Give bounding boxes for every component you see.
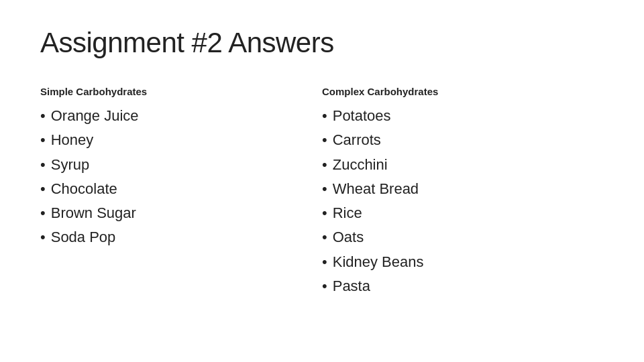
list-item: Potatoes [322, 104, 590, 128]
list-item: Pasta [322, 274, 590, 298]
page-title: Assignment #2 Answers [40, 27, 604, 59]
list-item: Honey [40, 128, 309, 152]
simple-carbohydrates-column: Simple Carbohydrates Orange JuiceHoneySy… [40, 86, 322, 250]
list-item: Kidney Beans [322, 250, 590, 274]
list-item: Wheat Bread [322, 177, 590, 201]
complex-carbohydrates-list: PotatoesCarrotsZucchiniWheat BreadRiceOa… [322, 104, 590, 298]
complex-carbohydrates-column: Complex Carbohydrates PotatoesCarrotsZuc… [322, 86, 604, 298]
list-item: Orange Juice [40, 104, 309, 128]
list-item: Rice [322, 201, 590, 225]
list-item: Carrots [322, 128, 590, 152]
list-item: Brown Sugar [40, 201, 309, 225]
list-item: Chocolate [40, 177, 309, 201]
simple-carbohydrates-list: Orange JuiceHoneySyrupChocolateBrown Sug… [40, 104, 309, 250]
page: Assignment #2 Answers Simple Carbohydrat… [0, 0, 644, 362]
columns-container: Simple Carbohydrates Orange JuiceHoneySy… [40, 86, 604, 298]
complex-carbohydrates-header: Complex Carbohydrates [322, 86, 590, 97]
list-item: Oats [322, 225, 590, 249]
simple-carbohydrates-header: Simple Carbohydrates [40, 86, 309, 97]
list-item: Zucchini [322, 153, 590, 177]
list-item: Soda Pop [40, 225, 309, 249]
list-item: Syrup [40, 153, 309, 177]
